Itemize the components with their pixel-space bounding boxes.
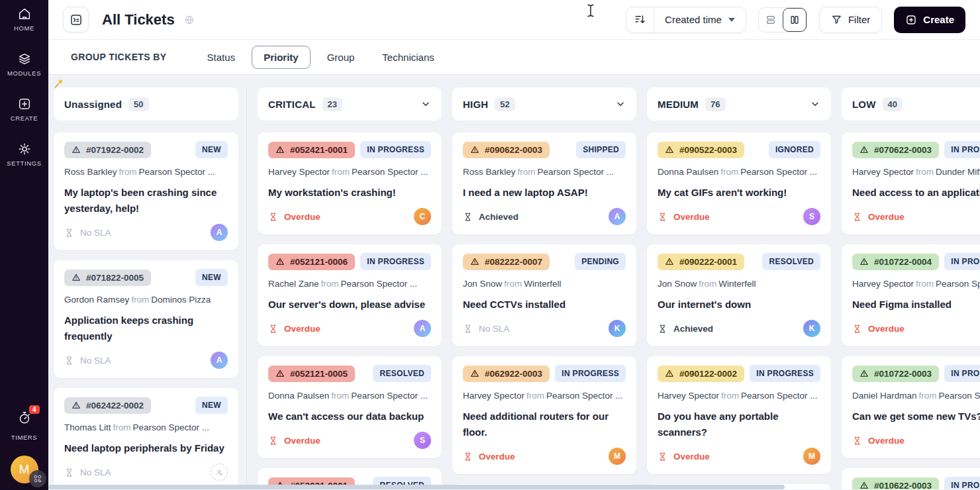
ticket-id-badge[interactable]: #090122-0002 [658,366,744,382]
ticket-card[interactable]: #010622-0003 IN PROGRESS [842,468,980,489]
ticket-id-badge[interactable]: #071922-0002 [64,142,151,158]
chevron-down-icon[interactable] [810,99,820,109]
ticket-card[interactable]: #052121-0006 IN PROGRESS Rachel Zanefrom… [258,244,442,346]
chevron-down-icon[interactable] [615,99,626,109]
main-area: All Tickets Created time [48,0,980,490]
qr-scan-badge[interactable] [29,470,46,487]
column-title: Unassigned [64,99,122,110]
ticket-id-badge[interactable]: #082222-0007 [463,254,550,270]
ticket-id-badge[interactable]: #090522-0003 [658,142,744,158]
column-count-badge: 40 [883,97,903,111]
requester-company: Pearson Spector ... [139,167,216,177]
ticket-status-badge: IN PROGRESS [944,141,980,158]
ticket-id-badge[interactable]: #052421-0001 [268,142,355,158]
warning-icon [665,257,674,266]
ticket-card[interactable]: #090222-0001 RESOLVED Jon SnowfromWinter… [647,244,831,346]
ticket-id-badge[interactable]: #070622-0003 [852,142,939,158]
sidebar-item-modules[interactable]: MODULES [7,52,41,77]
assignee-avatar: K [803,320,820,337]
hourglass-icon [852,324,862,334]
tab-status[interactable]: Status [196,46,247,68]
filter-button[interactable]: Filter [819,7,882,33]
chevron-down-icon [728,18,735,22]
ticket-id-badge[interactable]: #052121-0005 [268,366,355,382]
ticket-card[interactable]: #090622-0003 SHIPPED Ross BarkleyfromPea… [452,132,636,234]
ticket-card[interactable]: #010722-0004 IN PROGRESS Harvey Spectorf… [842,244,980,346]
chevron-down-icon[interactable] [420,99,431,109]
requester-name: Harvey Spector [658,391,719,401]
sla-status: Overdue [852,324,905,334]
ticket-card[interactable]: #090522-0003 IGNORED Donna PaulsenfromPe… [647,132,831,234]
ticket-card[interactable]: #062422-0002 NEW Thomas LittfromPearson … [54,388,238,489]
from-label: from [330,167,352,177]
ticket-id-badge[interactable]: #071822-0005 [64,270,151,286]
column-title: HIGH [463,99,488,110]
horizontal-scrollbar[interactable] [48,485,785,489]
requester-name: Rachel Zane [268,279,319,289]
sort-by-dropdown[interactable]: Created time [654,7,746,32]
ticket-id-badge[interactable]: #052121-0006 [268,254,355,270]
requester-name: Donna Paulsen [268,391,329,401]
column-title: CRITICAL [268,99,316,110]
tab-priority[interactable]: Priority [252,46,311,69]
sidebar-item-settings[interactable]: SETTINGS [7,142,41,167]
sidebar-item-create[interactable]: CREATE [11,97,38,122]
user-avatar[interactable]: M [11,456,38,483]
ticket-id-badge[interactable]: #090622-0003 [463,142,550,158]
ticket-card[interactable]: #071922-0002 NEW Ross BarkleyfromPearson… [54,132,238,250]
ticket-card[interactable]: #090122-0002 IN PROGRESS Harvey Spectorf… [647,356,831,474]
sidebar-item-home[interactable]: HOME [14,7,34,32]
from-label: from [718,167,740,177]
ticket-id: #070622-0003 [874,145,932,155]
tab-technicians[interactable]: Technicians [371,46,445,68]
ticket-id-badge[interactable]: #062422-0002 [64,397,151,414]
ticket-title: Need access to an application [852,185,980,201]
avatar-slot: A [211,224,228,241]
sla-label: Overdue [479,452,515,462]
ticket-card[interactable]: #071822-0005 NEW Gordon RamseyfromDomino… [54,260,238,378]
ticket-card[interactable]: #070622-0003 IN PROGRESS Harvey Spectorf… [842,132,980,234]
warning-icon [665,369,674,378]
ticket-id-badge[interactable]: #010722-0003 [852,366,939,382]
sidebar-item-timers[interactable]: 4 TIMERS [11,411,38,441]
assignee-avatar: S [414,432,431,449]
requester-company: Dominos Pizza [151,295,211,305]
column-cards: #070622-0003 IN PROGRESS Harvey Spectorf… [842,132,980,489]
avatar-slot: A [211,352,228,369]
create-button[interactable]: Create [894,7,965,33]
ticket-card[interactable]: #010722-0003 IN PROGRESS Daniel Hardmanf… [842,356,980,458]
plus-icon [905,14,917,26]
sort-order-button[interactable] [626,7,654,32]
sla-status: No SLA [64,228,111,238]
warning-icon [470,145,479,154]
home-icon [17,7,32,21]
ticket-id-badge[interactable]: #010622-0003 [852,477,939,490]
sla-status: No SLA [64,467,111,477]
hourglass-icon [64,467,74,477]
kanban-view-button[interactable] [783,8,807,32]
sla-status: Achieved [658,324,713,334]
from-label: from [516,167,538,177]
ticket-card[interactable]: #062922-0003 IN PROGRESS Harvey Spectorf… [452,356,636,474]
board-view-icon-button[interactable] [63,7,89,32]
ticket-card[interactable]: #052121-0005 RESOLVED Donna PaulsenfromP… [258,356,442,458]
warning-icon [665,145,674,154]
ticket-id-badge[interactable]: #090222-0001 [658,254,744,270]
ticket-card[interactable]: #082222-0007 PENDING Jon SnowfromWinterf… [452,244,636,346]
qr-scan-icon [33,474,42,483]
ticket-id-badge[interactable]: #010722-0004 [852,254,939,270]
ticket-id-badge[interactable]: #062922-0003 [463,366,550,382]
column-count-badge: 23 [322,97,342,111]
column-cards: #052421-0001 IN PROGRESS Harvey Spectorf… [258,132,442,489]
avatar-slot: S [803,208,820,225]
list-view-button[interactable] [759,8,783,32]
hourglass-icon [64,356,74,366]
ticket-requester-line: Gordon RamseyfromDominos Pizza [64,295,228,305]
ticket-card[interactable]: #052421-0001 IN PROGRESS Harvey Spectorf… [258,132,442,234]
pin-icon [54,79,64,89]
assign-agent-icon[interactable] [211,464,228,481]
create-label: Create [923,14,954,25]
ticket-status-badge: RESOLVED [373,365,431,382]
top-header: All Tickets Created time [48,0,980,40]
tab-group[interactable]: Group [316,46,366,68]
